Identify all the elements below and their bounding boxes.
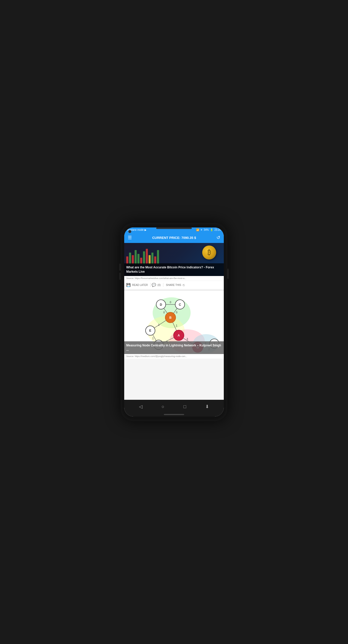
download-button[interactable]: ⬇: [203, 403, 212, 410]
time-label: 23:20: [214, 228, 221, 231]
home-bar: [164, 414, 184, 415]
label-be: 1: [158, 324, 160, 326]
node-e-label: E: [149, 329, 151, 332]
divider-1: [150, 283, 151, 287]
article-card-1: ₿ What are the Most Accurate Bitcoin Pri…: [124, 243, 224, 289]
status-right: 📶 ✈ 34% 🔋 23:20: [196, 228, 221, 231]
phone-screen: Airplane mode ▶ 📶 ✈ 34% 🔋 23:20 ☰ CURREN…: [124, 227, 224, 417]
save-icon: 💾: [126, 283, 131, 287]
node-c-label: C: [179, 303, 181, 306]
article-title-1: What are the Most Accurate Bitcoin Price…: [126, 265, 222, 274]
label-ag: 3: [186, 338, 188, 341]
app-bar: ☰ CURRENT PRICE: 7090.35 $ ↺: [124, 232, 224, 243]
read-later-button[interactable]: READ LATER: [131, 283, 149, 287]
volume-up-button[interactable]: [119, 264, 121, 271]
label-ef: 1: [152, 337, 154, 340]
hamburger-menu[interactable]: ☰: [128, 235, 132, 240]
comments-count[interactable]: (0): [156, 283, 162, 287]
wifi-icon: 📶: [196, 228, 199, 231]
phone-frame: Airplane mode ▶ 📶 ✈ 34% 🔋 23:20 ☰ CURREN…: [121, 223, 227, 421]
volume-down-button[interactable]: [119, 273, 121, 280]
refresh-button[interactable]: ↺: [216, 235, 220, 240]
divider-2: [163, 283, 163, 287]
article-overlay-1: What are the Most Accurate Bitcoin Price…: [124, 263, 224, 276]
bottom-navigation: ◁ ○ □ ⬇: [124, 400, 224, 412]
home-indicator: [124, 412, 224, 417]
article-actions-1: 💾 READ LATER 💬 (0) SHARE THIS ⎋: [124, 281, 224, 289]
recent-apps-button[interactable]: □: [181, 403, 189, 410]
airplane-icon: ▶: [145, 228, 147, 231]
article-image-1[interactable]: ₿ What are the Most Accurate Bitcoin Pri…: [124, 243, 224, 276]
app-title: CURRENT PRICE: 7090.35 $: [132, 236, 216, 240]
share-this-button[interactable]: SHARE THIS: [164, 283, 183, 287]
label-ba: 1: [176, 324, 177, 327]
battery-label: 34%: [204, 228, 209, 231]
home-button[interactable]: ○: [159, 403, 167, 410]
label-cb: 0: [176, 311, 177, 314]
article-title-2: Measuring Node Centrality in Lightning N…: [126, 343, 222, 352]
camera: [128, 230, 131, 233]
article-card-2: 0 0 0 1 1 1 1 3 2 2 2 D: [124, 290, 224, 359]
status-bar: Airplane mode ▶ 📶 ✈ 34% 🔋 23:20: [124, 227, 224, 232]
airplane-icon-right: ✈: [200, 228, 202, 231]
node-a-label: A: [178, 334, 180, 337]
bitcoin-coin-icon: ₿: [202, 246, 216, 259]
node-b-label: B: [169, 316, 172, 319]
share-icon[interactable]: ⎋: [183, 283, 185, 287]
label-dc: 0: [170, 301, 171, 304]
article-source-2: Source: https://medium.com/@jungly/measu…: [124, 354, 224, 359]
comment-icon: 💬: [152, 283, 156, 287]
graph-image-2[interactable]: 0 0 0 1 1 1 1 3 2 2 2 D: [124, 290, 224, 354]
power-button[interactable]: [227, 269, 229, 279]
label-db: 0: [163, 311, 165, 314]
article-source-1: Source: https://forexmarketslive.com/wha…: [124, 276, 224, 281]
node-d-label: D: [160, 303, 162, 306]
content-area: ₿ What are the Most Accurate Bitcoin Pri…: [124, 243, 224, 400]
battery-icon: 🔋: [210, 228, 213, 231]
back-button[interactable]: ◁: [136, 403, 145, 410]
article-overlay-2: Measuring Node Centrality in Lightning N…: [124, 341, 224, 354]
